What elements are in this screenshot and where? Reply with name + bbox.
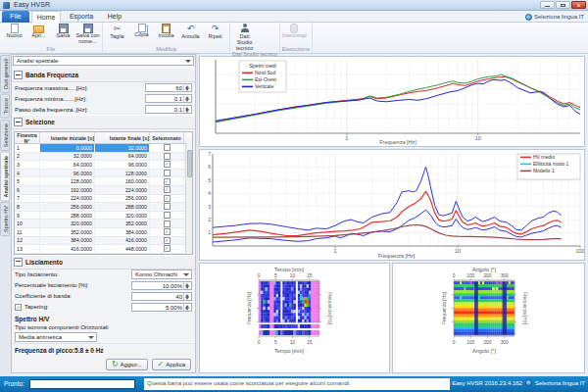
ribbon-button-incolla[interactable]: Incolla <box>154 23 178 39</box>
table-header-cell[interactable]: Istante iniziale [s] <box>40 132 95 143</box>
row-checkbox[interactable]: ✓ <box>164 186 171 193</box>
coefficiente-banda-stepper[interactable]: 40 <box>131 292 192 301</box>
field-value: 60 <box>175 85 182 91</box>
banda-field-stepper[interactable]: 0.1 <box>145 94 192 103</box>
mean-spectra-chart: 110Frequenza [Hz]Spettri mediNord-SudEst… <box>199 56 585 147</box>
close-icon[interactable] <box>571 1 586 9</box>
table-row[interactable]: 5128.0000160.0000✓ <box>15 177 192 186</box>
ribbon-button-dati-studio-tecnico[interactable]: Dati Studio tecnico <box>232 23 257 51</box>
cell-istante-finale: 64.0000 <box>95 153 150 161</box>
row-checkbox[interactable]: ✓ <box>164 195 171 202</box>
tapering-checkbox[interactable]: ✓ <box>15 304 22 311</box>
collapse-icon[interactable] <box>14 118 23 126</box>
tipo-lisciamento-value: Konno Ohmachi <box>135 271 177 277</box>
minimize-icon[interactable] <box>540 1 555 9</box>
ribbon-button-annulla[interactable]: Annulla <box>178 23 203 40</box>
table-row[interactable]: 496.0000128.0000 <box>15 170 192 178</box>
ribbon-button-copia[interactable]: Copia <box>129 23 154 38</box>
language-selector[interactable]: Seleziona lingua IT <box>525 11 584 23</box>
table-header-cell[interactable]: Selezionato <box>150 132 184 143</box>
ribbon-button-nuovo[interactable]: Nuovo <box>2 23 26 39</box>
command-input[interactable] <box>29 379 135 389</box>
applica-button[interactable]: ✓ Applica <box>152 359 191 370</box>
language-label[interactable]: Seleziona lingua IT <box>535 380 585 386</box>
tab-home[interactable]: Home <box>31 11 61 23</box>
ribbon-button-ripeti[interactable]: Ripeti <box>203 23 227 40</box>
section-banda-frequenza[interactable]: Banda Frequenza <box>12 68 195 82</box>
table-row[interactable]: 8256.0000288.0000 <box>15 203 192 212</box>
field-tapering: ✓ Tapering: 5.00% <box>12 302 195 313</box>
row-checkbox[interactable] <box>164 170 171 176</box>
tipo-lisciamento-dropdown[interactable]: Konno Ohmachi <box>131 270 192 279</box>
row-checkbox[interactable] <box>164 153 171 160</box>
table-row[interactable]: 12384.0000416.0000✓ <box>15 237 192 246</box>
version-label: GeoBox Easy HVSR 2016.23.4.162 <box>429 380 522 386</box>
section-selezione[interactable]: Selezione <box>12 115 195 129</box>
svg-text:6: 6 <box>208 164 211 170</box>
row-checkbox[interactable] <box>164 212 171 219</box>
ribbon-button-salva[interactable]: Salva <box>51 23 75 39</box>
spinner-arrows[interactable] <box>183 95 191 102</box>
banda-field-2: Passo della frequenza..[Hz]:0.1 <box>12 104 195 115</box>
table-header-cell[interactable]: Finestra N° <box>15 132 40 143</box>
ribbon-button-taglia[interactable]: Taglia <box>105 23 129 40</box>
globe-icon <box>525 14 532 21</box>
table-row[interactable]: 10.000032.0000 <box>15 144 192 153</box>
ribbon-button-label: Taglia <box>110 34 123 40</box>
row-checkbox[interactable]: ✓ <box>164 161 171 168</box>
row-checkbox[interactable]: ✓ <box>164 245 171 252</box>
ribbon-button-label: Incolla <box>159 33 174 39</box>
spinner-arrows[interactable] <box>183 84 191 91</box>
aggiorna-button[interactable]: ↻ Aggior... <box>106 359 148 370</box>
collapse-icon[interactable] <box>14 71 23 79</box>
svg-text:0: 0 <box>258 340 261 345</box>
svg-text:Frequenza [Hz]: Frequenza [Hz] <box>378 253 416 259</box>
side-tab-dati-generali[interactable]: Dati generali <box>0 55 10 93</box>
spinner-arrows[interactable] <box>183 304 191 311</box>
section-lisciamento[interactable]: Lisciamento <box>12 255 195 270</box>
row-checkbox[interactable]: ✓ <box>164 228 171 235</box>
side-tab-analisi-spettrale[interactable]: Analisi spettrale <box>0 152 10 202</box>
table-row[interactable]: 13416.0000448.0000✓ <box>15 245 192 254</box>
side-tab-selezione[interactable]: Selezione <box>0 120 10 151</box>
analysis-mode-dropdown[interactable]: Analisi spettrale <box>13 56 194 66</box>
field-label: Passo della frequenza..[Hz]: <box>15 107 145 113</box>
svg-text:5: 5 <box>274 273 277 278</box>
banda-field-stepper[interactable]: 0.1 <box>145 105 192 114</box>
maximize-icon[interactable] <box>556 1 570 9</box>
side-tab-tracce[interactable]: Tracce <box>0 94 10 119</box>
banda-field-stepper[interactable]: 60 <box>145 83 192 92</box>
tab-esporta[interactable]: Esporta <box>63 11 100 23</box>
table-row[interactable]: 6192.0000224.0000✓ <box>15 186 192 195</box>
row-checkbox[interactable] <box>164 144 171 151</box>
table-row[interactable]: 7224.0000256.0000✓ <box>15 195 192 204</box>
spinner-arrows[interactable] <box>183 293 191 300</box>
row-checkbox[interactable] <box>164 203 171 210</box>
side-tab-spettro-hv[interactable]: Spettro HV <box>0 202 10 236</box>
somma-componenti-dropdown[interactable]: Media aritmetica <box>15 332 97 342</box>
tab-help[interactable]: Help <box>102 11 127 23</box>
tapering-stepper[interactable]: 5.00% <box>131 303 192 312</box>
svg-text:1: 1 <box>345 135 348 141</box>
cell-istante-finale: 32.0000 <box>95 144 150 152</box>
table-row[interactable]: 11352.0000384.0000✓ <box>15 228 192 237</box>
tab-file[interactable]: File <box>2 11 29 23</box>
collapse-icon[interactable] <box>14 258 23 267</box>
table-row[interactable]: 364.000096.0000✓ <box>15 161 192 170</box>
table-header-cell[interactable]: Istante finale [s] <box>95 132 150 143</box>
spinner-arrows[interactable] <box>183 282 191 289</box>
spinner-arrows[interactable] <box>183 106 191 113</box>
table-row[interactable]: 9288.0000320.0000 <box>15 212 192 220</box>
ribbon-button-label: Annulla <box>181 34 199 40</box>
table-row[interactable]: 232.000064.0000 <box>15 153 192 162</box>
ribbon-button-salva-con-nome[interactable]: Salva con nome... <box>75 23 100 45</box>
ribbon-button-apri[interactable]: Apri... <box>26 23 51 39</box>
table-row[interactable]: 10320.0000352.0000 <box>15 220 192 228</box>
percentuale-lisciamento-stepper[interactable]: 10.00% <box>131 281 192 290</box>
row-checkbox[interactable] <box>164 220 171 227</box>
table-scrollbar[interactable] <box>185 143 192 254</box>
row-checkbox[interactable]: ✓ <box>164 237 171 244</box>
scrollbar-thumb[interactable] <box>187 150 192 177</box>
cell-istante-iniziale: 224.0000 <box>40 195 95 203</box>
row-checkbox[interactable]: ✓ <box>164 178 171 185</box>
